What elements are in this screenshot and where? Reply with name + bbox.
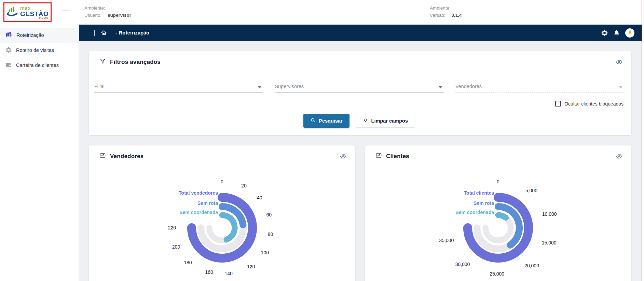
svg-text:20: 20 bbox=[241, 183, 247, 188]
filters-title: Filtros avançados bbox=[110, 59, 161, 66]
logo-icon bbox=[6, 6, 18, 19]
logo-text: max GESTÃO PLUS bbox=[20, 5, 49, 19]
svg-text:100: 100 bbox=[261, 250, 269, 255]
line-chart-icon bbox=[99, 152, 106, 160]
chevron-down-icon bbox=[258, 86, 261, 88]
versao-label: Versão: bbox=[430, 13, 446, 18]
supervisores-select[interactable]: Supervisores bbox=[275, 82, 443, 93]
logo-highlight-box[interactable]: max GESTÃO PLUS bbox=[3, 2, 52, 22]
svg-text:5,000: 5,000 bbox=[525, 188, 537, 193]
limpar-campos-button-label: Limpar campos bbox=[371, 118, 408, 124]
filter-funnel-icon bbox=[99, 58, 106, 66]
sidebar-item-label: Roteirização bbox=[16, 32, 44, 38]
sidebar-item-label: Carteira de clientes bbox=[16, 62, 59, 68]
collapse-eye-slash-icon[interactable] bbox=[616, 59, 622, 66]
svg-text:0: 0 bbox=[497, 179, 499, 184]
svg-text:Sem coordenada: Sem coordenada bbox=[455, 210, 494, 215]
settings-gear-icon[interactable] bbox=[601, 29, 608, 37]
svg-text:60: 60 bbox=[266, 212, 272, 217]
breadcrumb-title: - Roteirização bbox=[115, 30, 149, 36]
svg-text:35,000: 35,000 bbox=[439, 238, 454, 243]
versao-value: 3.1.4 bbox=[452, 13, 462, 18]
sidebar-item-carteira-de-clientes[interactable]: Carteira de clientes bbox=[0, 58, 79, 73]
clientes-chart-title: Clientes bbox=[386, 153, 409, 160]
svg-text:0: 0 bbox=[221, 179, 223, 184]
clientes-radial-chart: 05,00010,00015,00020,00025,00030,00035,0… bbox=[365, 167, 631, 281]
collapse-eye-slash-icon[interactable] bbox=[616, 153, 622, 160]
svg-text:160: 160 bbox=[205, 269, 213, 275]
lightbulb-toggle-icon[interactable] bbox=[625, 28, 634, 38]
vendedores-select[interactable]: Vendedores bbox=[455, 82, 624, 93]
vendedores-radial-chart: 020406080100120140160180200220Total vend… bbox=[89, 167, 355, 281]
svg-text:120: 120 bbox=[247, 264, 255, 269]
sidebar-item-roteiro-de-visitas[interactable]: Roteiro de visitas bbox=[0, 43, 79, 58]
filial-select[interactable]: Filial bbox=[94, 82, 263, 93]
limpar-campos-button[interactable]: Limpar campos bbox=[356, 114, 415, 128]
pesquisar-button[interactable]: Pesquisar bbox=[303, 114, 349, 128]
svg-text:Sem coordenada: Sem coordenada bbox=[179, 210, 218, 215]
main-content: Filtros avançados Filial Supervisores bbox=[79, 41, 644, 281]
gear-icon bbox=[5, 46, 12, 54]
vendedores-select-label: Vendedores bbox=[455, 84, 482, 89]
sidebar-item-roteirizacao[interactable]: Roteirização bbox=[0, 28, 79, 43]
svg-text:20,000: 20,000 bbox=[524, 263, 539, 268]
supervisores-select-label: Supervisores bbox=[275, 84, 304, 89]
svg-text:30,000: 30,000 bbox=[455, 262, 470, 267]
search-icon bbox=[310, 117, 316, 124]
svg-text:15,000: 15,000 bbox=[542, 240, 557, 245]
environment-user-info: Ambiente: Usuário: supervisor bbox=[84, 4, 131, 19]
breadcrumb-divider bbox=[94, 30, 95, 36]
logo-word-max: max bbox=[20, 5, 49, 11]
svg-text:40: 40 bbox=[257, 195, 262, 200]
app-header: max GESTÃO PLUS Ambiente: Usuário: super… bbox=[0, 0, 644, 25]
svg-text:Sem rota: Sem rota bbox=[474, 200, 494, 206]
chevron-down-icon bbox=[619, 86, 622, 88]
ocultar-clientes-checkbox[interactable] bbox=[555, 101, 561, 107]
line-chart-icon bbox=[375, 152, 382, 160]
chevron-down-icon bbox=[439, 86, 442, 88]
svg-text:140: 140 bbox=[225, 271, 233, 276]
usuario-value: supervisor bbox=[108, 13, 131, 18]
pesquisar-button-label: Pesquisar bbox=[319, 118, 342, 124]
clientes-chart-card: Clientes 05,00010,00015,00020,00025,0003… bbox=[365, 145, 631, 281]
svg-text:25,000: 25,000 bbox=[490, 271, 504, 277]
sidebar: Roteirização Roteiro de visitas Carteira… bbox=[0, 25, 79, 281]
svg-text:10,000: 10,000 bbox=[542, 211, 557, 217]
wallet-icon bbox=[5, 61, 12, 69]
svg-text:220: 220 bbox=[168, 225, 176, 230]
eraser-diamond-icon bbox=[363, 117, 368, 124]
breadcrumb-bar: - Roteirização bbox=[79, 25, 644, 41]
filters-panel: Filtros avançados Filial Supervisores bbox=[89, 51, 631, 135]
usuario-label: Usuário: bbox=[84, 13, 101, 18]
svg-text:200: 200 bbox=[172, 244, 180, 250]
notifications-bell-icon[interactable] bbox=[613, 29, 620, 36]
svg-text:Total vendedores: Total vendedores bbox=[179, 190, 218, 196]
environment-version-info: Ambiente: Versão: 3.1.4 bbox=[430, 4, 462, 19]
filial-select-label: Filial bbox=[94, 84, 105, 89]
vendedores-chart-title: Vendedores bbox=[110, 153, 143, 160]
ambiente-label: Ambiente: bbox=[84, 5, 105, 11]
sidebar-item-label: Roteiro de visitas bbox=[16, 47, 54, 53]
menu-toggle-icon[interactable] bbox=[60, 9, 69, 16]
ambiente-label-right: Ambiente: bbox=[430, 5, 451, 11]
ocultar-clientes-checkbox-label: Ocultar clientes bloqueados bbox=[564, 101, 624, 107]
svg-text:180: 180 bbox=[184, 260, 192, 265]
vendedores-chart-card: Vendedores 02040608010012014016018020022… bbox=[89, 145, 355, 281]
collapse-eye-slash-icon[interactable] bbox=[340, 153, 346, 160]
svg-text:80: 80 bbox=[268, 231, 273, 237]
route-map-icon bbox=[5, 31, 12, 39]
home-icon[interactable] bbox=[100, 29, 107, 36]
svg-text:Sem rota: Sem rota bbox=[197, 200, 218, 206]
svg-text:Total clientes: Total clientes bbox=[464, 190, 494, 196]
screen-edge-strip bbox=[642, 0, 644, 281]
